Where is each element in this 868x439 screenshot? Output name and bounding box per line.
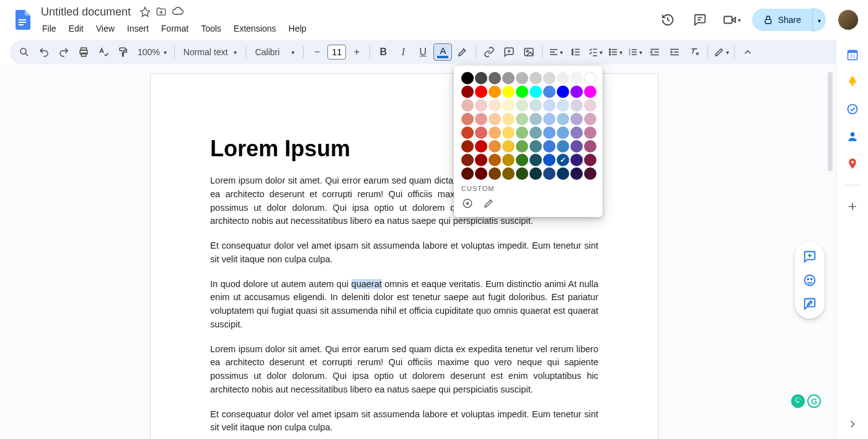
color-swatch[interactable] [570, 126, 583, 139]
text-color-button[interactable]: A [433, 43, 452, 61]
increase-font-size[interactable]: + [347, 43, 366, 61]
color-swatch[interactable] [475, 140, 487, 153]
align-dropdown[interactable]: ▾ [546, 43, 565, 61]
color-swatch[interactable] [461, 113, 474, 125]
move-icon[interactable] [156, 6, 167, 17]
color-swatch[interactable] [529, 113, 542, 125]
color-swatch[interactable] [489, 113, 501, 125]
color-swatch[interactable] [489, 99, 501, 112]
color-swatch[interactable] [529, 126, 542, 139]
get-addons-icon[interactable] [846, 200, 859, 213]
hide-side-panel-icon[interactable] [846, 418, 859, 430]
underline-button[interactable]: U [414, 43, 432, 61]
color-swatch[interactable] [489, 86, 501, 98]
color-swatch[interactable] [475, 86, 487, 98]
color-swatch[interactable] [529, 72, 542, 84]
add-custom-color-icon[interactable] [461, 197, 474, 210]
color-swatch[interactable] [461, 99, 474, 112]
menu-file[interactable]: File [37, 21, 61, 36]
emoji-reaction-icon[interactable] [800, 270, 820, 290]
keep-icon[interactable] [846, 76, 859, 88]
menu-help[interactable]: Help [283, 21, 311, 36]
color-swatch[interactable] [584, 154, 596, 166]
color-swatch[interactable] [529, 140, 542, 153]
bulleted-list-icon[interactable]: ▾ [606, 43, 624, 61]
color-swatch[interactable] [584, 72, 596, 84]
color-swatch[interactable] [570, 167, 583, 180]
color-swatch[interactable] [516, 72, 528, 84]
color-swatch[interactable] [584, 113, 596, 125]
color-swatch[interactable] [570, 86, 583, 98]
undo-icon[interactable] [35, 43, 53, 61]
paint-format-icon[interactable] [114, 43, 133, 61]
line-spacing-icon[interactable] [566, 43, 585, 61]
highlight-color-button[interactable] [453, 43, 472, 61]
color-swatch[interactable] [502, 72, 515, 84]
color-swatch[interactable] [516, 99, 528, 112]
menu-insert[interactable]: Insert [122, 21, 154, 36]
color-swatch[interactable] [489, 154, 501, 166]
contacts-icon[interactable] [846, 130, 859, 143]
color-swatch[interactable] [543, 86, 556, 98]
color-swatch[interactable] [502, 154, 515, 166]
maps-icon[interactable] [846, 157, 859, 170]
bold-button[interactable]: B [374, 43, 392, 61]
color-swatch[interactable] [557, 72, 569, 84]
color-swatch[interactable] [489, 140, 501, 153]
color-swatch[interactable] [475, 167, 487, 180]
editing-mode-dropdown[interactable]: ▾ [712, 43, 730, 61]
menu-tools[interactable]: Tools [196, 21, 226, 36]
color-swatch[interactable] [584, 86, 596, 98]
clear-formatting-icon[interactable] [685, 43, 704, 61]
color-swatch[interactable] [543, 167, 556, 180]
color-swatch[interactable] [543, 154, 556, 166]
print-icon[interactable] [74, 43, 93, 61]
meet-icon[interactable]: ▾ [720, 7, 745, 32]
grammarly-widget[interactable]: G [791, 394, 821, 408]
history-icon[interactable] [655, 7, 680, 32]
color-swatch[interactable] [584, 126, 596, 139]
add-comment-icon[interactable] [500, 43, 518, 61]
color-swatch[interactable] [516, 126, 528, 139]
color-swatch[interactable] [570, 154, 583, 166]
color-swatch[interactable] [489, 72, 501, 84]
color-swatch[interactable] [461, 86, 474, 98]
color-swatch[interactable] [489, 126, 501, 139]
color-swatch[interactable] [557, 140, 569, 153]
color-swatch[interactable] [570, 140, 583, 153]
spellcheck-icon[interactable] [94, 43, 113, 61]
color-swatch[interactable] [516, 167, 528, 180]
color-swatch[interactable] [516, 140, 528, 153]
cloud-status-icon[interactable] [172, 6, 184, 18]
calendar-icon[interactable]: 31 [846, 48, 859, 61]
checklist-icon[interactable]: ▾ [586, 43, 604, 61]
numbered-list-icon[interactable]: 123▾ [626, 43, 644, 61]
font-size-input[interactable] [327, 45, 346, 60]
menu-view[interactable]: View [91, 21, 120, 36]
paragraph-style-dropdown[interactable]: Normal text▾ [179, 47, 242, 57]
decrease-indent-icon[interactable] [645, 43, 664, 61]
document-title[interactable]: Untitled document [37, 4, 135, 20]
color-swatch[interactable] [570, 72, 583, 84]
color-swatch[interactable] [502, 113, 515, 125]
color-swatch[interactable] [557, 167, 569, 180]
color-swatch[interactable] [502, 126, 515, 139]
color-swatch[interactable] [557, 126, 569, 139]
eyedropper-icon[interactable] [482, 197, 495, 210]
scrollbar[interactable] [826, 68, 835, 415]
color-swatch[interactable] [543, 99, 556, 112]
color-swatch[interactable] [461, 72, 474, 84]
color-swatch[interactable] [516, 154, 528, 166]
share-button[interactable]: Share [752, 9, 812, 31]
share-dropdown[interactable]: ▾ [812, 8, 826, 32]
color-swatch[interactable] [543, 140, 556, 153]
color-swatch[interactable] [461, 154, 474, 166]
tasks-icon[interactable] [846, 103, 859, 115]
color-swatch[interactable] [502, 86, 515, 98]
color-swatch[interactable] [570, 113, 583, 125]
color-swatch[interactable] [475, 113, 487, 125]
search-icon[interactable] [15, 43, 33, 61]
color-swatch[interactable] [584, 99, 596, 112]
increase-indent-icon[interactable] [665, 43, 684, 61]
color-swatch[interactable] [529, 154, 542, 166]
